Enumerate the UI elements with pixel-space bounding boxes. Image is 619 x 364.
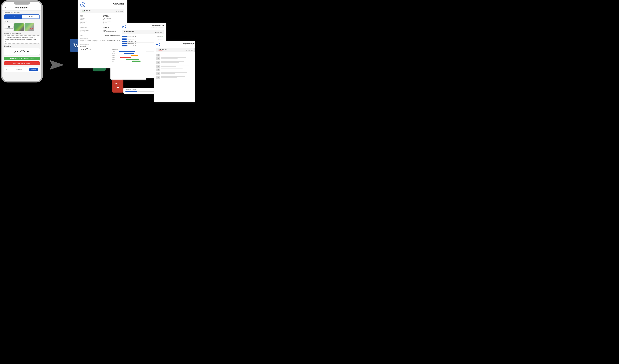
doc4-date: 20 mars 2023 [186,50,193,51]
action-row-1: 🖼 [156,54,195,56]
secteur-value: 29-A [103,19,125,20]
phone-body: Déclarer une anomalie OUI NON Photos 📷 A… [2,11,42,81]
pdf-label: PDF [115,82,120,85]
phone-screen: ✕ Réclamation ⋮ Déclarer une anomalie OU… [2,5,42,81]
doc-gantt: Anomalies Cristé Fouté Amort Réparé [111,47,146,80]
doc1-inspection-badge: Inspection 29-A Réalisée 20 mars 2023 [80,9,125,13]
collab-value: Olivier Manouit [103,20,125,22]
camera-icon: 📷 [7,25,10,27]
poste-value: AZ-456-TYU [103,16,125,17]
pdf-acrobat-symbol: ✦ [116,86,119,90]
matricule-label: Matricule [80,22,102,23]
doc1-inspection-title: Inspection 29-A [82,10,91,11]
comments-label: Commentaires [80,38,125,39]
action-rows: 🖼 🖼 🖼 🖼 [156,54,195,79]
more-options-icon[interactable]: ⋮ [36,6,40,9]
annuler-button[interactable]: Annuler [29,68,38,71]
progress-track [125,91,154,92]
gantt-row-2: Fouté [112,53,145,54]
recap-item-1: Inspection 29 - A 13/03/2023 Ok [122,36,164,38]
enregistrer-button[interactable]: ENREGISTRER POUR DEMARRER [4,57,40,60]
action-row-4: 🖼 [156,65,195,68]
doc4-company-logo: COMPANY [156,42,160,46]
page-indicator: 2/2 [6,69,8,71]
action-row-5: 🖼 [156,68,195,71]
signature-svg [14,49,30,54]
action-row-3: 🖼 [156,61,195,64]
gantt-row-4: Réparé [112,57,145,58]
gantt-row-6: Valid [112,61,145,62]
progress-fill [125,91,137,92]
action-photo-7: 🖼 [156,76,160,79]
close-icon[interactable]: ✕ [4,6,6,9]
doc1-title-block: Electro-NextCity Rapport d'activité [113,2,125,5]
doc2-inspection: Inspections 29-A [124,31,134,32]
photos-row: 📷 Ajouter une image [4,23,40,31]
doc2-title-block: Electro-NextCity Récapitulatif des visit… [150,25,164,28]
svg-text:COMPANY: COMPANY [123,28,126,28]
gantt-row-3: Amort [112,55,145,56]
contrat-label: Contrat d'embauche [80,23,102,25]
doc4-title: Actions correctives [183,44,195,46]
gantt-title: Anomalies [112,49,145,50]
annuler-operation-button[interactable]: ANNULER L'OPERATION [4,61,40,65]
doc4-inspection: Inspection 29-A [158,49,168,50]
recap-item-2: Inspection 29 - A 14/03/2023 Ok [122,38,164,40]
collab-label: Collaborateur [80,20,102,22]
signature-box[interactable] [4,48,40,55]
gantt-row-1: Cristé [112,51,145,52]
doc1-status: Réalisée [82,11,91,12]
doc1-report-title: Rapport d'activité [113,4,125,5]
action-row-2: 🖼 [156,57,195,60]
anomalie-toggle[interactable]: OUI NON [4,14,40,19]
doc4-inspection-badge: Inspection 29-A Anomalies 20 mars 2023 [156,48,195,52]
toggle-non[interactable]: NON [22,15,40,18]
company-logo: COMPANY [80,2,85,7]
statut-value: Réalisée [103,15,125,16]
doc1-info-grid: Statut Réalisée Poste AZ-456-TYU Manager… [80,15,125,25]
svg-marker-0 [50,60,64,70]
action-photo-4: 🖼 [156,65,160,68]
action-photo-3: 🖼 [156,61,160,64]
add-image-label: Ajouter une image [5,28,13,29]
comment-text[interactable]: Travaux de réparation de la plateforme d… [4,35,40,43]
doc1-header: COMPANY Electro-NextCity Rapport d'activ… [80,2,125,7]
toggle-oui[interactable]: OUI [4,15,22,18]
doc2-date: 20 mars 2023 [155,32,162,33]
phone-notch [14,2,30,5]
photo-thumb-1[interactable] [14,23,24,31]
comment-label: Ajouter un commentaire [4,33,40,35]
doc1-company: Electro-NextCity [113,2,125,4]
phone-header: ✕ Réclamation ⋮ [2,5,42,11]
svg-text:COMPANY: COMPANY [81,6,85,7]
send-arrow-icon [49,58,65,71]
anomalie-label: Déclarer une anomalie [4,12,40,14]
manager-value: Pierre Duviollet [103,17,125,19]
action-photo-5: 🖼 [156,68,160,71]
comments-text: Travaux de réparation de la plateforme d… [80,40,125,43]
secteur-label: Secteur [80,19,102,20]
action-photo-2: 🖼 [156,57,160,60]
prev-button[interactable]: Précédent [15,69,22,71]
phone-shell: ✕ Réclamation ⋮ Déclarer une anomalie OU… [2,2,42,81]
doc2-status: Réalisée [124,32,134,33]
poste-label: Poste [80,16,102,17]
tache-row: Tâche Contrôle des équipements 29647/WDO [80,35,125,36]
doc2-title: Récapitulatif des visites [150,26,164,28]
doc1-date: 20 mars 2023 [116,11,123,12]
phone-title: Réclamation [15,6,28,9]
add-photo-button[interactable]: 📷 Ajouter une image [4,23,14,31]
photo-thumb-2[interactable] [25,23,34,31]
anomalies-label: Anomalies corrigées [125,89,154,90]
doc1-divider1 [80,26,125,26]
action-row-6: 🖼 [156,72,195,75]
pdf-app-icon[interactable]: PDF ✦ [112,80,124,93]
doc4-status: Anomalies [158,50,168,51]
doc2-company-logo: COMPANY [122,25,126,28]
gantt-row-5: Sécur [112,59,145,60]
phone-mockup: ✕ Réclamation ⋮ Déclarer une anomalie OU… [2,2,42,83]
doc2-inspection-badge: Inspections 29-A Réalisée 20 mars 2023 [122,30,164,34]
action-photo-6: 🖼 [156,72,160,75]
photos-label: Photos [4,20,40,22]
doc2-header: COMPANY Electro-NextCity Récapitulatif d… [122,25,164,28]
